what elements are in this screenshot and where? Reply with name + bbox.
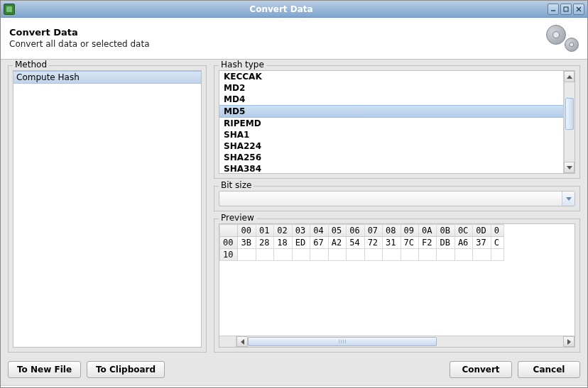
hash-type-item[interactable]: KECCAK — [219, 71, 563, 82]
hex-cell[interactable] — [383, 249, 401, 261]
hex-cell[interactable] — [437, 249, 454, 261]
hex-cell[interactable]: 28 — [256, 237, 273, 249]
app-icon — [4, 4, 15, 15]
method-item[interactable]: Compute Hash — [13, 71, 201, 84]
hex-cell[interactable]: A2 — [328, 237, 346, 249]
hex-cell[interactable] — [364, 249, 382, 261]
method-legend: Method — [13, 60, 49, 70]
svg-rect-1 — [564, 7, 568, 11]
hex-cell[interactable] — [418, 249, 436, 261]
hex-cell[interactable]: 37 — [473, 237, 491, 249]
hex-cell[interactable] — [347, 249, 364, 261]
hex-cell[interactable]: 18 — [274, 237, 292, 249]
hex-column-header[interactable]: 02 — [274, 225, 292, 237]
hex-column-header[interactable]: 0 — [491, 225, 503, 237]
hex-column-header[interactable]: 0C — [454, 225, 472, 237]
scroll-up-button[interactable] — [564, 71, 575, 82]
convert-button[interactable]: Convert — [450, 361, 512, 378]
hex-cell[interactable] — [473, 249, 491, 261]
convert-data-window: Convert Data Convert Data Convert all da… — [0, 0, 588, 388]
bit-size-value[interactable] — [219, 192, 562, 206]
titlebar[interactable]: Convert Data — [1, 1, 587, 18]
method-group: Method Compute Hash — [8, 65, 207, 353]
hash-type-list-wrap: KECCAKMD2MD4MD5RIPEMDSHA1SHA224SHA256SHA… — [219, 70, 575, 174]
hex-cell[interactable]: 3B — [238, 237, 256, 249]
hex-cell[interactable]: 67 — [310, 237, 328, 249]
hex-cell[interactable]: F2 — [418, 237, 436, 249]
hash-type-item[interactable]: SHA224 — [219, 140, 563, 152]
page-subtitle: Convert all data or selected data — [9, 39, 545, 49]
preview-hscroll[interactable] — [219, 336, 575, 347]
bit-size-combo[interactable] — [219, 191, 575, 206]
hash-type-scrollbar[interactable] — [563, 71, 575, 173]
hash-type-item[interactable]: RIPEMD — [219, 118, 563, 129]
hex-cell[interactable] — [292, 249, 310, 261]
cancel-button[interactable]: Cancel — [518, 361, 580, 378]
scroll-right-button[interactable] — [563, 336, 575, 347]
scroll-thumb[interactable] — [565, 98, 574, 130]
hex-cell[interactable] — [256, 249, 273, 261]
gears-icon — [545, 23, 579, 52]
method-list[interactable]: Compute Hash — [13, 70, 202, 348]
hex-column-header[interactable]: 05 — [328, 225, 346, 237]
hash-type-item[interactable]: MD4 — [219, 94, 563, 105]
chevron-down-icon — [567, 166, 572, 170]
footer: To New File To Clipboard Convert Cancel — [1, 355, 587, 385]
hex-cell[interactable] — [274, 249, 292, 261]
scroll-left-button[interactable] — [236, 336, 248, 347]
hex-column-header[interactable]: 0A — [418, 225, 436, 237]
method-column: Method Compute Hash — [8, 65, 207, 353]
hex-cell[interactable] — [238, 249, 256, 261]
scroll-down-button[interactable] — [564, 162, 575, 173]
preview-inner[interactable]: 000102030405060708090A0B0C0D0003B2818ED6… — [219, 224, 575, 336]
close-button[interactable] — [573, 4, 584, 15]
hex-column-header[interactable]: 0D — [473, 225, 491, 237]
hex-column-header[interactable]: 0B — [437, 225, 454, 237]
chevron-down-icon — [566, 197, 572, 201]
maximize-button[interactable] — [560, 4, 572, 15]
bit-size-group: Bit size — [214, 186, 580, 211]
hscroll-track[interactable] — [248, 336, 563, 347]
hash-type-item[interactable]: SHA256 — [219, 152, 563, 163]
hash-type-item[interactable]: SHA384 — [219, 163, 563, 173]
hex-column-header[interactable]: 01 — [256, 225, 273, 237]
hash-type-list[interactable]: KECCAKMD2MD4MD5RIPEMDSHA1SHA224SHA256SHA… — [219, 71, 563, 173]
maximize-icon — [562, 6, 570, 13]
hex-column-header[interactable]: 00 — [238, 225, 256, 237]
hex-cell[interactable] — [454, 249, 472, 261]
hscroll-thumb[interactable] — [248, 337, 437, 346]
hex-cell[interactable]: 54 — [347, 237, 364, 249]
chevron-right-icon — [567, 339, 571, 345]
hex-cell[interactable]: DB — [437, 237, 454, 249]
preview-pane: 000102030405060708090A0B0C0D0003B2818ED6… — [219, 223, 575, 348]
hex-cell[interactable]: 7C — [401, 237, 418, 249]
preview-group: Preview 000102030405060708090A0B0C0D0003… — [214, 218, 580, 353]
to-new-file-button[interactable]: To New File — [8, 361, 81, 378]
hex-column-header[interactable]: 03 — [292, 225, 310, 237]
right-column: Hash type KECCAKMD2MD4MD5RIPEMDSHA1SHA22… — [214, 65, 580, 353]
hex-cell[interactable] — [491, 249, 503, 261]
hex-column-header[interactable]: 09 — [401, 225, 418, 237]
hex-column-header[interactable]: 08 — [383, 225, 401, 237]
hex-cell[interactable]: 31 — [383, 237, 401, 249]
hex-column-header[interactable]: 07 — [364, 225, 382, 237]
hex-column-header[interactable]: 04 — [310, 225, 328, 237]
hex-column-header[interactable]: 06 — [347, 225, 364, 237]
hex-cell[interactable] — [328, 249, 346, 261]
hex-cell[interactable] — [310, 249, 328, 261]
hex-row-offset: 10 — [220, 249, 238, 261]
hash-type-item[interactable]: SHA1 — [219, 129, 563, 140]
bit-size-dropdown-button[interactable] — [562, 192, 575, 206]
to-clipboard-button[interactable]: To Clipboard — [87, 361, 165, 378]
hex-cell[interactable] — [401, 249, 418, 261]
hex-cell[interactable]: ED — [292, 237, 310, 249]
minimize-button[interactable] — [548, 4, 559, 15]
hash-type-item[interactable]: MD2 — [219, 82, 563, 94]
hash-type-item[interactable]: MD5 — [219, 105, 563, 118]
hex-cell[interactable]: 72 — [364, 237, 382, 249]
scroll-track[interactable] — [564, 82, 575, 162]
header: Convert Data Convert all data or selecte… — [1, 18, 587, 60]
hex-cell[interactable]: A6 — [454, 237, 472, 249]
hex-cell[interactable]: C — [491, 237, 503, 249]
hex-header-corner — [220, 225, 238, 237]
